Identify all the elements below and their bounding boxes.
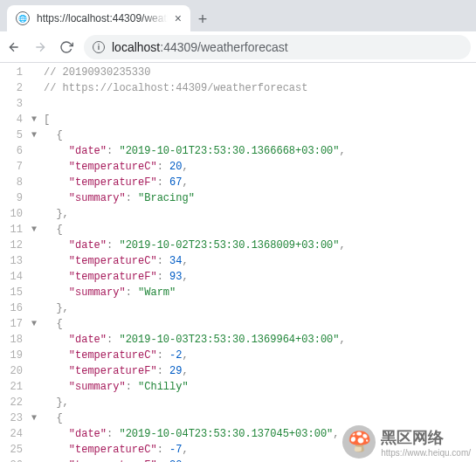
new-tab-button[interactable]: + [190, 7, 215, 31]
browser-tab[interactable]: 🌐 https://localhost:44309/weatherf × [7, 5, 190, 31]
watermark-text: 黑区网络 [381, 429, 444, 446]
reload-button[interactable] [58, 38, 75, 56]
toolbar: i localhost:44309/weatherforecast [0, 31, 476, 63]
fold-gutter: ▼▼▼▼▼ [28, 63, 40, 462]
url-text: localhost:44309/weatherforecast [112, 40, 288, 54]
forward-button[interactable] [31, 38, 49, 56]
globe-icon: 🌐 [16, 11, 30, 25]
address-bar[interactable]: i localhost:44309/weatherforecast [84, 35, 471, 59]
line-number-gutter: 1234567891011121314151617181920212223242… [0, 63, 28, 462]
watermark: 🍄 黑区网络 https://www.heiqu.com/ [342, 425, 471, 459]
json-viewer: 1234567891011121314151617181920212223242… [0, 63, 476, 462]
back-button[interactable] [5, 38, 23, 56]
close-icon[interactable]: × [175, 11, 182, 25]
browser-chrome: 🌐 https://localhost:44309/weatherf × + i… [0, 0, 476, 63]
site-info-icon[interactable]: i [93, 41, 105, 53]
tab-title: https://localhost:44309/weatherf [37, 12, 168, 24]
mushroom-icon: 🍄 [342, 425, 376, 459]
tabs-row: 🌐 https://localhost:44309/weatherf × + [0, 0, 476, 31]
watermark-sub: https://www.heiqu.com/ [381, 448, 471, 458]
code-area[interactable]: // 20190930235330// https://localhost:44… [40, 63, 346, 462]
